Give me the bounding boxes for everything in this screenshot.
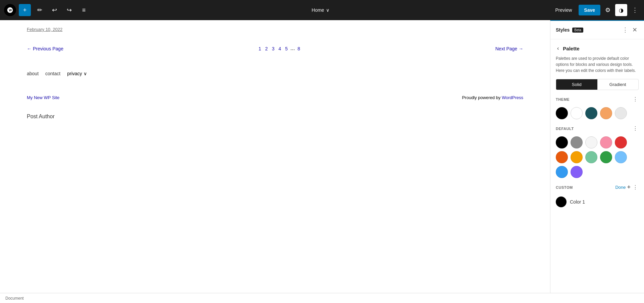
wordpress-link[interactable]: WordPress xyxy=(502,95,523,100)
page-numbers: 1 2 3 4 5 ... 8 xyxy=(257,45,302,52)
custom-section-title: CUSTOM xyxy=(556,185,573,189)
custom-color-swatch-1[interactable] xyxy=(556,197,567,207)
privacy-dropdown[interactable]: privacy ∨ xyxy=(67,71,87,76)
custom-color-label-1: Color 1 xyxy=(570,199,585,205)
theme-color-teal[interactable] xyxy=(585,107,597,119)
toolbar: + ✏ ↩ ↪ ≡ Home ∨ Preview Save ⚙ ◑ ⋮ xyxy=(0,0,644,20)
theme-color-black[interactable] xyxy=(556,107,568,119)
footer-nav: about contact privacy ∨ xyxy=(27,66,523,82)
chevron-down-icon: ∨ xyxy=(326,7,329,13)
date-link[interactable]: February 10, 2022 xyxy=(27,27,523,32)
beta-badge: Beta xyxy=(572,28,583,33)
theme-section-menu[interactable]: ⋮ xyxy=(632,95,639,103)
back-button[interactable]: ‹ xyxy=(556,44,560,53)
panel-header-left: Styles Beta xyxy=(556,27,583,33)
default-color-purple[interactable] xyxy=(571,166,583,178)
default-color-pink[interactable] xyxy=(600,136,612,148)
palette-description: Palettes are used to provide default col… xyxy=(550,55,644,79)
home-dropdown[interactable]: Home ∨ xyxy=(308,5,333,15)
site-name-link[interactable]: My New WP Site xyxy=(27,95,59,100)
custom-header-right: Done + ⋮ xyxy=(615,183,639,191)
toolbar-center: Home ∨ xyxy=(93,5,549,15)
styles-panel: Styles Beta ⋮ ✕ ‹ Palette Palettes are u… xyxy=(550,20,644,293)
pagination: ← Previous Page 1 2 3 4 5 ... 8 Next Pag… xyxy=(27,39,523,59)
palette-title: Palette xyxy=(563,46,579,51)
solid-gradient-toggle: Solid Gradient xyxy=(556,79,639,90)
page-4[interactable]: 4 xyxy=(277,45,282,52)
theme-swatches xyxy=(556,107,639,119)
custom-color-item: Color 1 xyxy=(556,195,639,209)
site-footer: My New WP Site Proudly powered by WordPr… xyxy=(27,82,523,107)
custom-section-menu[interactable]: ⋮ xyxy=(632,183,639,191)
default-color-blue[interactable] xyxy=(556,166,568,178)
panel-menu-button[interactable]: ⋮ xyxy=(621,25,630,35)
theme-color-white[interactable] xyxy=(571,107,583,119)
save-button[interactable]: Save xyxy=(579,5,600,15)
wp-logo xyxy=(4,4,16,16)
default-color-red[interactable] xyxy=(615,136,627,148)
page-2[interactable]: 2 xyxy=(264,45,269,52)
default-color-black[interactable] xyxy=(556,136,568,148)
default-color-yellow[interactable] xyxy=(571,151,583,163)
default-color-section: DEFAULT ⋮ xyxy=(550,125,644,183)
ellipsis: ... xyxy=(290,45,295,52)
solid-toggle[interactable]: Solid xyxy=(556,79,597,90)
powered-by-text: Proudly powered by xyxy=(462,95,502,100)
custom-section: CUSTOM Done + ⋮ Color 1 xyxy=(550,183,644,209)
home-label: Home xyxy=(312,7,324,13)
add-color-button[interactable]: + xyxy=(627,184,631,191)
default-color-gray[interactable] xyxy=(571,136,583,148)
default-section-menu[interactable]: ⋮ xyxy=(632,125,639,132)
status-label: Document xyxy=(5,296,24,301)
add-button[interactable]: + xyxy=(19,4,31,16)
next-page-link[interactable]: Next Page → xyxy=(495,46,523,51)
contact-link[interactable]: contact xyxy=(45,71,60,76)
privacy-label: privacy xyxy=(67,71,82,76)
wp-logo-icon xyxy=(7,7,13,13)
theme-section-title: THEME xyxy=(556,97,570,101)
edit-button[interactable]: ✏ xyxy=(34,4,46,16)
toolbar-right: Preview Save ⚙ ◑ ⋮ xyxy=(551,4,640,16)
panel-header: Styles Beta ⋮ ✕ xyxy=(550,21,644,39)
undo-button[interactable]: ↩ xyxy=(48,4,60,16)
page-3[interactable]: 3 xyxy=(270,45,276,52)
default-color-light-blue[interactable] xyxy=(615,151,627,163)
default-section-title: DEFAULT xyxy=(556,127,574,131)
panel-header-right: ⋮ ✕ xyxy=(621,25,639,35)
default-color-green[interactable] xyxy=(600,151,612,163)
about-link[interactable]: about xyxy=(27,71,39,76)
status-bar: Document xyxy=(0,293,644,303)
options-button[interactable]: ⋮ xyxy=(630,4,640,16)
default-swatches xyxy=(556,136,639,178)
default-section-header: DEFAULT ⋮ xyxy=(556,125,639,132)
contrast-button[interactable]: ◑ xyxy=(615,4,627,16)
redo-button[interactable]: ↪ xyxy=(63,4,75,16)
page-5[interactable]: 5 xyxy=(284,45,289,52)
custom-header: CUSTOM Done + ⋮ xyxy=(556,183,639,191)
done-button[interactable]: Done xyxy=(615,185,626,190)
theme-section-header: THEME ⋮ xyxy=(556,95,639,103)
main-content: February 10, 2022 ← Previous Page 1 2 3 … xyxy=(0,20,550,293)
default-color-light-green[interactable] xyxy=(585,151,597,163)
panel-title: Styles xyxy=(556,27,570,33)
default-color-white[interactable] xyxy=(585,136,597,148)
page-1[interactable]: 1 xyxy=(257,45,263,52)
powered-by: Proudly powered by WordPress xyxy=(462,95,523,100)
menu-button[interactable]: ≡ xyxy=(78,4,90,16)
panel-close-button[interactable]: ✕ xyxy=(631,25,639,35)
post-author: Post Author xyxy=(27,107,523,126)
theme-color-peach[interactable] xyxy=(600,107,612,119)
theme-color-section: THEME ⋮ xyxy=(550,95,644,125)
settings-button[interactable]: ⚙ xyxy=(603,4,612,16)
palette-header: ‹ Palette xyxy=(550,39,644,55)
page-8[interactable]: 8 xyxy=(296,45,302,52)
preview-button[interactable]: Preview xyxy=(551,5,576,15)
default-color-orange[interactable] xyxy=(556,151,568,163)
theme-color-light-gray[interactable] xyxy=(615,107,627,119)
privacy-arrow-icon: ∨ xyxy=(84,71,87,76)
gradient-toggle[interactable]: Gradient xyxy=(597,79,639,90)
prev-page-link[interactable]: ← Previous Page xyxy=(27,46,63,51)
